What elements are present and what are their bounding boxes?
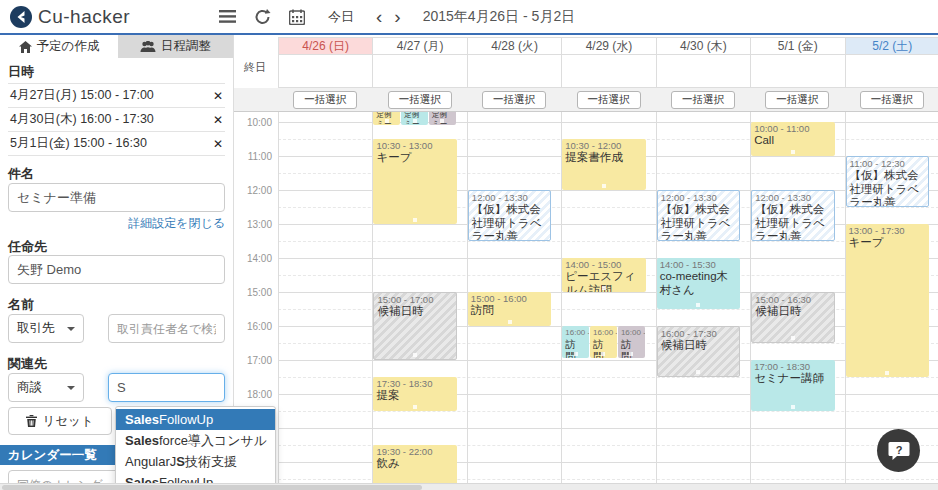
prev-week-button[interactable]: ‹ [376, 10, 382, 24]
allday-cell[interactable] [467, 55, 561, 88]
event-time: 17:00 - 18:30 [754, 361, 831, 372]
remove-date-button[interactable]: ✕ [213, 137, 223, 151]
event[interactable]: 定例ミーティング [401, 112, 428, 125]
bulk-select-button[interactable]: 一括選択 [671, 91, 735, 109]
allday-cell[interactable] [372, 55, 466, 88]
related-search-input[interactable] [108, 373, 225, 402]
event[interactable]: 16:00 -訪問 [618, 326, 645, 358]
event-title: 候補日時 [377, 305, 452, 319]
event-title: セミナー講師 [754, 372, 831, 386]
related-type-select[interactable]: 商談 [8, 373, 84, 402]
event[interactable]: 15:00 - 17:00候補日時 [373, 292, 456, 360]
horizontal-scrollbar[interactable] [0, 483, 938, 490]
event-time: 10:00 - 11:00 [754, 123, 831, 134]
brand[interactable]: Cu-hacker [10, 6, 210, 28]
event[interactable]: 15:00 - 16:30候補日時 [751, 292, 834, 343]
remove-date-button[interactable]: ✕ [213, 113, 223, 127]
autocomplete-item[interactable]: Salesforce導入コンサル [116, 430, 275, 451]
event[interactable]: 15:00 - 16:00訪問 [468, 292, 551, 326]
event[interactable]: 14:00 - 15:30co-meeting木村さん [657, 258, 740, 309]
event[interactable]: 定例ミーティング [429, 112, 456, 125]
allday-cell[interactable] [278, 55, 372, 88]
event[interactable]: 11:00 - 12:30【仮】株式会社理研トラベラー丸善 [846, 156, 929, 207]
allday-cell[interactable] [656, 55, 750, 88]
event-time: 10:30 - 13:00 [376, 140, 453, 151]
event-title: キープ [376, 151, 453, 165]
event-time: 12:00 - 13:30 [755, 192, 830, 203]
bulk-select-button[interactable]: 一括選択 [388, 91, 452, 109]
event-time: 16:00 - [565, 327, 586, 338]
day-header-weekday: 4/30 (木) [656, 37, 750, 55]
home-icon [19, 41, 32, 53]
candidate-date-list: 4月27日(月) 15:00 - 17:00✕4月30日(木) 16:00 - … [8, 83, 225, 156]
event-time: 15:00 - 16:30 [755, 294, 830, 305]
detail-settings-link[interactable]: 詳細設定を閉じる [128, 215, 225, 232]
name-type-select[interactable]: 取引先 [8, 314, 84, 343]
bulk-select-button[interactable]: 一括選択 [860, 91, 924, 109]
scrollbar-thumb[interactable] [2, 485, 422, 490]
assignee-input[interactable] [8, 255, 225, 284]
event-title: 【仮】株式会社理研トラベラー丸善 [755, 203, 830, 241]
candidate-date-text: 5月1日(金) 15:00 - 16:30 [10, 135, 147, 152]
time-axis-label: 15:00 [234, 287, 272, 298]
time-axis-label: 16:00 [234, 321, 272, 332]
event[interactable]: 16:00 -訪問 [590, 326, 617, 358]
reset-button[interactable]: リセット [8, 407, 112, 435]
day-header-weekday: 4/28 (火) [467, 37, 561, 55]
allday-cell[interactable] [561, 55, 655, 88]
event-title: 飲み [376, 457, 453, 471]
event-time: 19:30 - 22:00 [376, 446, 453, 457]
bulk-select-button[interactable]: 一括選択 [577, 91, 641, 109]
event[interactable]: 16:00 - 17:30候補日時 [657, 326, 740, 377]
candidate-date-row: 4月30日(木) 16:00 - 17:30✕ [8, 108, 225, 132]
name-section-label: 名前 [8, 296, 34, 314]
day-header-weekday: 4/27 (月) [372, 37, 466, 55]
event[interactable]: 14:00 - 15:00ピーエスフィルム訪問 [562, 258, 645, 292]
event[interactable]: 17:00 - 18:30セミナー講師 [751, 360, 834, 411]
event-title: Call [754, 134, 831, 148]
bulk-select-button[interactable]: 一括選択 [293, 91, 357, 109]
autocomplete-dropdown: SalesFollowUpSalesforce導入コンサルAngularJS技術… [115, 406, 276, 490]
bulk-select-button[interactable]: 一括選択 [765, 91, 829, 109]
today-button[interactable]: 今日 [328, 8, 354, 26]
event-time: 16:00 - 17:30 [661, 328, 736, 339]
remove-date-button[interactable]: ✕ [213, 89, 223, 103]
event-title: キープ [849, 236, 926, 250]
autocomplete-item[interactable]: SalesFollowUp [116, 409, 275, 430]
name-search-input[interactable] [108, 314, 225, 343]
time-axis-label: 11:00 [234, 151, 272, 162]
event-title: 定例ミーティング [432, 112, 453, 125]
event[interactable]: 13:00 - 17:30キープ [846, 224, 929, 377]
event[interactable]: 10:00 - 11:00Call [751, 122, 834, 156]
day-header-sun: 4/26 (日) [278, 37, 372, 55]
calendar-icon[interactable] [289, 9, 305, 25]
subject-input[interactable] [8, 183, 225, 212]
event[interactable]: 12:00 - 13:30【仮】株式会社理研トラベラー丸善 [751, 190, 834, 241]
event-time: 15:00 - 17:00 [377, 294, 452, 305]
autocomplete-item[interactable]: AngularJS技術支援 [116, 451, 275, 472]
event[interactable]: 10:30 - 13:00キープ [373, 139, 456, 224]
tab-schedule-adjust[interactable]: 日程調整 [118, 35, 233, 58]
event[interactable]: 10:30 - 12:00提案書作成 [562, 139, 645, 190]
menu-hamburger-icon[interactable] [219, 10, 236, 23]
event[interactable]: 12:00 - 13:30【仮】株式会社理研トラベラー丸善 [657, 190, 740, 241]
event-title: 定例ミーティング [376, 112, 397, 125]
next-week-button[interactable]: › [394, 10, 400, 24]
event-title: 【仮】株式会社理研トラベラー丸善 [472, 203, 547, 241]
event-time: 14:00 - 15:00 [565, 259, 642, 270]
hour-gridline [278, 428, 938, 429]
allday-cell[interactable] [845, 55, 938, 88]
event[interactable]: 17:30 - 18:30提案 [373, 377, 456, 411]
event[interactable]: 12:00 - 13:30【仮】株式会社理研トラベラー丸善 [468, 190, 551, 241]
bulk-select-button[interactable]: 一括選択 [482, 91, 546, 109]
event[interactable]: 定例ミーティング [373, 112, 400, 125]
refresh-icon[interactable] [254, 9, 271, 25]
candidate-date-text: 4月27日(月) 15:00 - 17:00 [10, 87, 154, 104]
tab-create-event[interactable]: 予定の作成 [0, 35, 118, 58]
help-button[interactable]: ? [877, 429, 920, 472]
event[interactable]: 16:00 -訪問 [562, 326, 589, 358]
allday-cell[interactable] [750, 55, 844, 88]
day-header-sat: 5/2 (土) [845, 37, 938, 55]
time-axis-label: 14:00 [234, 253, 272, 264]
day-header-weekday: 4/29 (水) [561, 37, 655, 55]
